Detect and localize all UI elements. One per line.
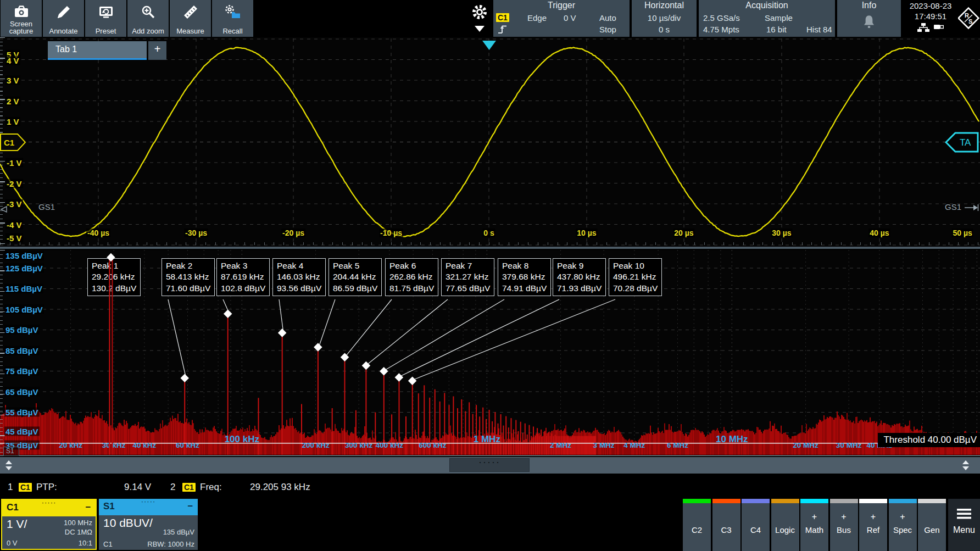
- x-axis-label: -10 µs: [379, 229, 403, 237]
- s1-panel-drag-dots[interactable]: ·····: [99, 497, 198, 505]
- zoom-plus-icon: [127, 3, 169, 21]
- toolbar-button-add-zoom[interactable]: Add zoom: [127, 0, 169, 37]
- toolbar-button-recall[interactable]: Recall: [212, 0, 253, 37]
- freq-axis-label: 200 kHz: [302, 441, 329, 449]
- peak-freq: 379.68 kHz: [502, 271, 547, 282]
- horizontal-scrollbar[interactable]: ·····: [0, 457, 980, 474]
- acquisition-title: Acquisition: [699, 1, 835, 10]
- toolbar-button-annotate[interactable]: Annotate: [43, 0, 84, 37]
- y-axis-label: -3 V: [5, 199, 23, 209]
- c1-signal-panel[interactable]: C1 ····· – 1 V/ 100 MHz DC 1MΩ 0 V 10:1: [1, 499, 97, 550]
- peak-level: 86.59 dBµV: [333, 283, 377, 294]
- add-gen-button[interactable]: Gen: [918, 499, 946, 551]
- peak-level: 93.56 dBµV: [277, 283, 321, 294]
- time: 17:49:51: [903, 12, 958, 21]
- x-axis-label: 10 µs: [576, 229, 597, 237]
- channel-button-label: Bus: [830, 525, 858, 535]
- toolbar-button-label: Preset: [85, 27, 126, 35]
- chevron-down-icon: [475, 26, 485, 32]
- measurement-1-source: C1: [19, 482, 32, 493]
- peak-name: Peak 5: [333, 260, 377, 271]
- spectrum-plot[interactable]: 135 dBµV125 dBµV115 dBµV105 dBµV95 dBµV8…: [0, 250, 980, 456]
- trigger-position-marker[interactable]: [482, 40, 497, 53]
- measurement-results[interactable]: 1 C1 PTP: 9.14 V 2 C1 Freq: 29.205 93 kH…: [0, 479, 980, 497]
- db-axis-label: 95 dBµV: [4, 325, 40, 335]
- add-spec-button[interactable]: +Spec: [889, 499, 917, 551]
- peak-freq: 262.86 kHz: [389, 271, 434, 282]
- peak-freq: 58.413 kHz: [166, 271, 210, 282]
- plus-icon: +: [830, 512, 858, 522]
- freq-axis-label: 10 MHz: [716, 434, 748, 445]
- peak-annotation-8: Peak 8379.68 kHz74.91 dBµV: [498, 258, 551, 296]
- channel-color-bar: [800, 499, 828, 503]
- measurement-1-index: 1: [8, 482, 13, 493]
- resolution: 16 bit: [766, 25, 787, 34]
- c1-panel-minimize[interactable]: –: [86, 502, 91, 513]
- x-axis-label: 0 s: [482, 229, 495, 237]
- add-c3-button[interactable]: C3: [712, 499, 740, 551]
- acquisition-panel[interactable]: Acquisition 2.5 GSa/s Sample 4.75 Mpts 1…: [699, 0, 835, 37]
- peak-freq: 146.03 kHz: [277, 271, 321, 282]
- add-tab-button[interactable]: +: [148, 41, 166, 60]
- y-axis-label: 4 V: [5, 56, 20, 65]
- c1-scale: 1 V/: [7, 517, 27, 531]
- history-count: Hist 84: [806, 25, 832, 34]
- freq-axis-label: 30 kHz: [102, 441, 126, 449]
- scroll-arrows-right[interactable]: [962, 460, 969, 470]
- channel-button-label: Math: [800, 525, 828, 535]
- s1-signal-panel[interactable]: S1 ····· – 10 dBUV/ 135 dBµV C1 RBW: 100…: [99, 499, 198, 550]
- horizontal-position: 0 s: [632, 25, 697, 34]
- channel-color-bar: [683, 499, 711, 503]
- ruler-icon: [170, 3, 211, 21]
- peak-name: Peak 4: [277, 260, 321, 271]
- pencil-icon: [43, 3, 84, 21]
- settings-button[interactable]: [468, 0, 491, 37]
- info-panel[interactable]: Info: [837, 0, 901, 37]
- spectrum-diagram-tab[interactable]: S1: [3, 447, 19, 456]
- scrollbar-handle[interactable]: ·····: [449, 458, 530, 472]
- db-axis-label: 85 dBµV: [4, 346, 40, 355]
- peak-name: Peak 9: [557, 260, 602, 271]
- record-length: 4.75 Mpts: [703, 25, 739, 34]
- add-c2-button[interactable]: C2: [683, 499, 711, 551]
- add-bus-button[interactable]: +Bus: [830, 499, 858, 551]
- peak-level: 71.60 dBµV: [166, 283, 210, 294]
- measurement-2-label: Freq:: [200, 482, 222, 493]
- scroll-arrows-left[interactable]: [5, 460, 12, 470]
- usb-icon: [934, 23, 944, 34]
- peak-annotation-3: Peak 387.619 kHz102.8 dBµV: [216, 258, 270, 296]
- trigger-auto-badge[interactable]: TA: [945, 132, 979, 155]
- peak-freq: 87.619 kHz: [221, 271, 265, 282]
- measurement-1-label: PTP:: [36, 482, 57, 493]
- c1-offset: 0 V: [7, 539, 18, 547]
- s1-panel-minimize[interactable]: –: [188, 500, 193, 511]
- channel-c1-marker[interactable]: C1: [0, 133, 26, 153]
- y-axis-label: 3 V: [5, 76, 20, 85]
- ruler-ticks: [0, 242, 980, 245]
- trigger-type: Edge: [527, 13, 547, 23]
- peak-level: 102.8 dBµV: [221, 283, 265, 294]
- tab-1[interactable]: Tab 1: [48, 41, 147, 60]
- date: 2023-08-23: [903, 1, 958, 10]
- add-logic-button[interactable]: Logic: [771, 499, 799, 551]
- horizontal-scale: 10 µs/div: [632, 13, 697, 23]
- toolbar-button-preset[interactable]: Preset: [85, 0, 126, 37]
- add-math-button[interactable]: +Math: [800, 499, 828, 551]
- toolbar-button-screen-capture[interactable]: Screen capture: [1, 0, 42, 37]
- datetime-display[interactable]: 2023-08-23 17:49:51: [903, 0, 958, 37]
- trigger-panel[interactable]: Trigger C1 Edge 0 V Auto Stop: [493, 0, 630, 37]
- trigger-mode: Auto: [599, 13, 616, 23]
- horizontal-panel[interactable]: Horizontal 10 µs/div 0 s: [632, 0, 697, 37]
- toolbar-button-measure[interactable]: Measure: [170, 0, 211, 37]
- recall-icon: [212, 3, 253, 21]
- plus-icon: +: [859, 512, 887, 522]
- db-axis-label: 45 dBµV: [4, 427, 40, 436]
- peak-annotation-2: Peak 258.413 kHz71.60 dBµV: [162, 258, 215, 296]
- channel-button-label: C3: [712, 525, 740, 535]
- add-ref-button[interactable]: +Ref: [859, 499, 887, 551]
- add-c4-button[interactable]: C4: [742, 499, 770, 551]
- waveform-plot[interactable]: Tab 1 + 5 V4 V3 V2 V1 V-1 V-2 V-3 V-4 V-…: [0, 37, 980, 246]
- c1-panel-drag-dots[interactable]: ·····: [2, 498, 96, 507]
- peak-annotation-1: Peak 129.206 kHz130.2 dBµV: [87, 258, 141, 296]
- menu-button[interactable]: Menu: [948, 499, 980, 551]
